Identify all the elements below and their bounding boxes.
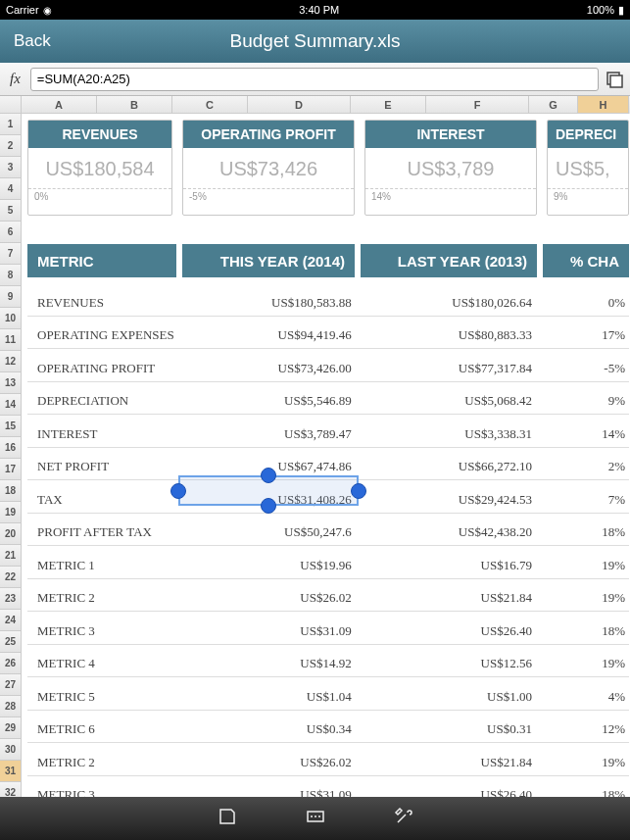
card-pct: -5% xyxy=(183,188,354,204)
row-20[interactable]: 20 xyxy=(0,523,22,545)
cells-area[interactable]: REVENUES US$180,584 0% OPERATING PROFIT … xyxy=(22,114,630,814)
tools-icon[interactable] xyxy=(394,807,413,831)
row-14[interactable]: 14 xyxy=(0,394,22,416)
col-H[interactable]: H xyxy=(578,96,629,114)
cell-pct: 9% xyxy=(542,393,629,409)
card-depreciation: DEPRECI US$5, 9% xyxy=(547,120,629,216)
table-row[interactable]: REVENUESUS$180,583.88US$180,026.640% xyxy=(27,286,629,320)
cell-this-year: US$31.09 xyxy=(180,623,361,639)
cell-this-year: US$26.02 xyxy=(180,755,361,770)
keyboard-icon[interactable] xyxy=(306,807,325,831)
col-B[interactable]: B xyxy=(97,96,172,114)
table-row[interactable]: PROFIT AFTER TAXUS$50,247.6US$42,438.201… xyxy=(27,517,629,550)
table-row[interactable]: INTERESTUS$3,789.47US$3,338.3114% xyxy=(27,418,629,451)
cell-pct: 17% xyxy=(542,327,629,343)
selection-handle-left[interactable] xyxy=(170,483,186,499)
col-C[interactable]: C xyxy=(172,96,248,114)
cell-pct: 7% xyxy=(542,492,629,508)
cell-pct: 18% xyxy=(542,623,629,639)
table-row[interactable]: METRIC 2US$26.02US$21.8419% xyxy=(27,582,629,616)
cell-last-year: US$29,424.53 xyxy=(362,492,542,508)
row-16[interactable]: 16 xyxy=(0,437,22,459)
formula-bar: fx xyxy=(0,63,630,96)
selection-handle-bottom[interactable] xyxy=(261,498,276,514)
cell-last-year: US$26.40 xyxy=(362,623,542,639)
formula-input[interactable] xyxy=(30,68,599,91)
row-22[interactable]: 22 xyxy=(0,567,22,588)
row-8[interactable]: 8 xyxy=(0,265,22,286)
col-E[interactable]: E xyxy=(351,96,426,114)
row-17[interactable]: 17 xyxy=(0,459,22,480)
row-28[interactable]: 28 xyxy=(0,696,22,717)
row-30[interactable]: 30 xyxy=(0,739,22,761)
cell-last-year: US$21.84 xyxy=(362,590,542,606)
table-row[interactable]: DEPRECIATIONUS$5,546.89US$5,068.429% xyxy=(27,385,629,419)
cell-metric: DEPRECIATION xyxy=(27,393,180,409)
row-25[interactable]: 25 xyxy=(0,631,22,653)
col-G[interactable]: G xyxy=(529,96,578,114)
cell-pct: 19% xyxy=(542,656,629,671)
cell-last-year: US$42,438.20 xyxy=(362,524,542,540)
card-title: REVENUES xyxy=(28,121,171,148)
table-row[interactable]: METRIC 1US$19.96US$16.7919% xyxy=(27,549,629,582)
cell-pct: 2% xyxy=(542,459,629,474)
card-value: US$5, xyxy=(548,148,628,188)
row-headers: 1234567891011121314151617181920212223242… xyxy=(0,114,22,814)
header-pct-change: % CHA xyxy=(543,244,629,277)
format-icon[interactable] xyxy=(218,807,237,831)
col-D[interactable]: D xyxy=(248,96,351,114)
sheets-icon[interactable] xyxy=(603,68,626,91)
cell-metric: OPERATING PROFIT xyxy=(27,361,180,376)
table-row[interactable]: OPERATING EXPENSESUS$94,419.46US$80,883.… xyxy=(27,320,629,353)
row-15[interactable]: 15 xyxy=(0,416,22,437)
cell-last-year: US$0.31 xyxy=(362,721,542,737)
cell-pct: 19% xyxy=(542,558,629,573)
col-A[interactable]: A xyxy=(22,96,97,114)
card-title: INTEREST xyxy=(365,121,536,148)
corner-cell[interactable] xyxy=(0,96,22,114)
row-18[interactable]: 18 xyxy=(0,480,22,502)
cell-metric: TAX xyxy=(27,492,180,508)
row-19[interactable]: 19 xyxy=(0,502,22,523)
table-row[interactable]: METRIC 4US$14.92US$12.5619% xyxy=(27,648,629,681)
cell-this-year: US$94,419.46 xyxy=(180,327,361,343)
row-31[interactable]: 31 xyxy=(0,761,22,782)
cell-this-year: US$73,426.00 xyxy=(180,361,361,376)
row-6[interactable]: 6 xyxy=(0,222,22,243)
col-F[interactable]: F xyxy=(426,96,529,114)
row-12[interactable]: 12 xyxy=(0,351,22,372)
cell-metric: OPERATING EXPENSES xyxy=(27,327,180,343)
row-21[interactable]: 21 xyxy=(0,545,22,567)
row-2[interactable]: 2 xyxy=(0,135,22,157)
card-value: US$73,426 xyxy=(183,148,354,188)
cell-this-year: US$26.02 xyxy=(180,590,361,606)
cell-last-year: US$5,068.42 xyxy=(362,393,542,409)
row-10[interactable]: 10 xyxy=(0,308,22,329)
row-9[interactable]: 9 xyxy=(0,286,22,308)
row-11[interactable]: 11 xyxy=(0,329,22,351)
back-button[interactable]: Back xyxy=(14,31,51,51)
cell-last-year: US$66,272.10 xyxy=(362,459,542,474)
table-row[interactable]: OPERATING PROFITUS$73,426.00US$77,317.84… xyxy=(27,352,629,385)
table-row[interactable]: METRIC 6US$0.34US$0.3112% xyxy=(27,714,629,747)
row-4[interactable]: 4 xyxy=(0,178,22,200)
row-7[interactable]: 7 xyxy=(0,243,22,265)
row-5[interactable]: 5 xyxy=(0,200,22,222)
row-3[interactable]: 3 xyxy=(0,157,22,178)
table-row[interactable]: METRIC 2US$26.02US$21.8419% xyxy=(27,746,629,779)
row-23[interactable]: 23 xyxy=(0,588,22,610)
card-value: US$180,584 xyxy=(28,148,171,188)
row-26[interactable]: 26 xyxy=(0,653,22,674)
table-row[interactable]: METRIC 5US$1.04US$1.004% xyxy=(27,680,629,714)
card-value: US$3,789 xyxy=(365,148,536,188)
selection-handle-right[interactable] xyxy=(351,483,366,499)
table-row[interactable]: METRIC 3US$31.09US$26.4018% xyxy=(27,615,629,648)
spreadsheet-grid[interactable]: A B C D E F G H 123456789101112131415161… xyxy=(0,96,630,814)
row-29[interactable]: 29 xyxy=(0,717,22,739)
row-1[interactable]: 1 xyxy=(0,114,22,135)
row-13[interactable]: 13 xyxy=(0,372,22,394)
row-27[interactable]: 27 xyxy=(0,674,22,696)
selection-handle-top[interactable] xyxy=(261,468,276,483)
wifi-icon: ◉ xyxy=(43,5,52,16)
row-24[interactable]: 24 xyxy=(0,610,22,631)
